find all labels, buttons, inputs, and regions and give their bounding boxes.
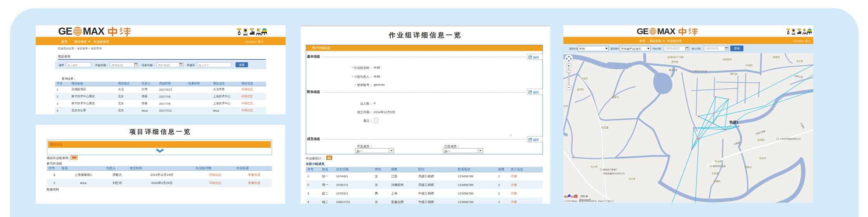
svg-text:百: 百 (575, 196, 577, 198)
svg-text:王家埭: 王家埭 (711, 172, 719, 175)
svg-text:朱农村: 朱农村 (715, 160, 722, 163)
svg-text:夏家宅: 夏家宅 (612, 96, 619, 99)
svg-text:西胶村幼儿园: 西胶村幼儿园 (713, 165, 726, 168)
svg-text:叶惠村: 叶惠村 (746, 64, 753, 67)
svg-text:© 2017 Baidu - 数据(2016)2099号 -: © 2017 Baidu - 数据(2016)2099号 - Data © 长地… (564, 200, 614, 203)
svg-text:连亭路: 连亭路 (671, 60, 678, 63)
svg-text:du: du (571, 195, 574, 198)
svg-text:金星村: 金星村 (577, 88, 584, 91)
svg-text:湖南华星纸业有限公司: 湖南华星纸业有限公司 (603, 172, 625, 175)
svg-text:南翔高科产业楼: 南翔高科产业楼 (667, 56, 684, 58)
svg-text:加斜陈村: 加斜陈村 (722, 58, 732, 61)
svg-text:横沥大桥: 横沥大桥 (669, 69, 678, 72)
svg-text:西莲盛: 西莲盛 (601, 126, 608, 129)
svg-text:Bai: Bai (564, 195, 568, 198)
svg-text:上海思学院胶梧理公司: 上海思学院胶梧理公司 (780, 138, 801, 140)
svg-text:回农庄: 回农庄 (759, 157, 766, 160)
svg-text:西盛村: 西盛村 (714, 180, 721, 183)
svg-text:纪市弄: 纪市弄 (591, 165, 598, 168)
svg-text:嘉泰新力模塑厂: 嘉泰新力模塑厂 (603, 168, 618, 171)
svg-text:梅叶路: 梅叶路 (730, 73, 737, 75)
svg-text:小张王: 小张王 (581, 77, 588, 80)
svg-text:水头村: 水头村 (796, 60, 803, 63)
svg-text:史市弄: 史市弄 (629, 177, 636, 180)
svg-text:轨迹1: 轨迹1 (729, 120, 738, 124)
svg-text:大坪: 大坪 (563, 105, 568, 107)
svg-text:练祁镇: 练祁镇 (757, 138, 764, 141)
svg-text:明教寺: 明教寺 (745, 166, 752, 169)
svg-text:朱桥村: 朱桥村 (773, 56, 780, 59)
svg-text:叶镇社区卫生室: 叶镇社区卫生室 (692, 70, 707, 72)
svg-text:200 米: 200 米 (580, 195, 588, 198)
